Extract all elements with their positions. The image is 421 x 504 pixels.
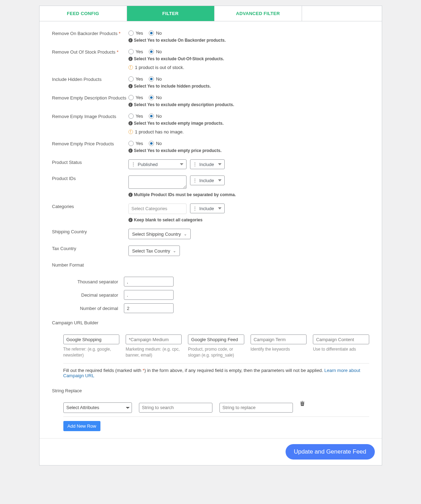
label-price: Remove Empty Price Products bbox=[52, 141, 128, 153]
warning-icon: ! bbox=[128, 65, 133, 70]
radio-price-no[interactable] bbox=[149, 141, 154, 146]
input-decimal-sep[interactable] bbox=[124, 290, 174, 300]
hint-ids: Multiple Product IDs must be separated b… bbox=[134, 192, 236, 197]
label-oos: Remove Out Of Stock Products bbox=[52, 49, 115, 55]
radio-label-no[interactable]: No bbox=[156, 30, 162, 36]
input-utm-content[interactable] bbox=[313, 334, 369, 344]
input-sr-search[interactable] bbox=[139, 403, 212, 413]
sub-utm-term: Identify the keywords bbox=[251, 346, 307, 352]
radio-backorder-no[interactable] bbox=[149, 30, 154, 36]
info-icon: i bbox=[128, 121, 133, 125]
radio-oos-no[interactable] bbox=[149, 49, 154, 54]
tab-feed-config[interactable]: FEED CONFIG bbox=[40, 6, 127, 21]
radio-img-yes[interactable] bbox=[128, 113, 134, 119]
label-status: Product Status bbox=[52, 159, 128, 169]
chevron-down-icon bbox=[180, 163, 183, 165]
select-categories[interactable]: Select Categories bbox=[128, 203, 187, 214]
trash-icon[interactable] bbox=[300, 401, 305, 408]
label-ship: Shipping Country bbox=[52, 229, 128, 239]
select-shipping-country[interactable]: Select Shipping Country⌄ bbox=[128, 229, 191, 239]
radio-desc-no[interactable] bbox=[149, 95, 154, 100]
select-sr-attributes[interactable]: Select Attributes bbox=[63, 402, 132, 413]
select-status-mode[interactable]: ⋮Include bbox=[190, 159, 225, 169]
label-tax: Tax Country bbox=[52, 246, 128, 256]
chevron-down-icon bbox=[218, 179, 222, 181]
label-utm: Campaign URL Builder bbox=[52, 320, 369, 325]
sub-utm-medium: Marketing medium: (e.g. cpc, banner, ema… bbox=[126, 346, 182, 358]
select-cats-mode[interactable]: ⋮Include bbox=[190, 203, 225, 213]
label-img: Remove Empty Image Products bbox=[52, 113, 128, 134]
hint-hidden: Select Yes to include hidden products. bbox=[134, 84, 211, 89]
sub-utm-content: Use to differentiate ads bbox=[313, 346, 369, 352]
info-icon: i bbox=[128, 218, 133, 222]
hint-desc: Select Yes to exclude empty description … bbox=[134, 102, 234, 107]
update-generate-button[interactable]: Update and Generate Feed bbox=[286, 444, 375, 460]
label-ids: Product IDs bbox=[52, 175, 128, 189]
info-icon: i bbox=[128, 193, 133, 197]
hint-backorder: Select Yes to exclude On Backorder produ… bbox=[134, 38, 226, 43]
input-num-decimal[interactable] bbox=[124, 303, 174, 313]
input-utm-term[interactable] bbox=[251, 334, 307, 344]
label-desc: Remove Empty Description Products bbox=[52, 95, 128, 107]
input-thousand-sep[interactable] bbox=[124, 277, 174, 286]
textarea-ids[interactable] bbox=[128, 175, 187, 189]
select-tax-country[interactable]: Select Tax Country⌄ bbox=[128, 246, 180, 256]
select-ids-mode[interactable]: ⋮Include bbox=[190, 175, 225, 185]
info-icon: i bbox=[128, 84, 133, 88]
label-cats: Categories bbox=[52, 203, 128, 214]
hint-cats: Keep blank to select all categories bbox=[134, 218, 203, 222]
hint-oos: Select Yes to exclude Out-Of-Stock produ… bbox=[134, 56, 224, 61]
radio-img-no[interactable] bbox=[149, 113, 154, 119]
radio-hidden-no[interactable] bbox=[149, 76, 154, 82]
info-icon: i bbox=[128, 149, 133, 153]
radio-oos-yes[interactable] bbox=[128, 49, 134, 54]
radio-backorder-yes[interactable] bbox=[128, 30, 134, 36]
hint-img: Select Yes to exclude empty image produc… bbox=[134, 121, 224, 126]
hint-price: Select Yes to exclude empty price produc… bbox=[134, 148, 222, 153]
info-icon: i bbox=[128, 38, 133, 42]
label-hidden: Include Hidden Products bbox=[52, 76, 128, 89]
info-icon: i bbox=[128, 103, 133, 107]
label-thousand-sep: Thousand separator bbox=[52, 279, 124, 284]
label-backorder: Remove On Backorder Products bbox=[52, 31, 118, 36]
chevron-down-icon: ⌄ bbox=[173, 249, 176, 253]
utm-note: Fill out the required fields (marked wit… bbox=[52, 368, 369, 378]
warn-oos: 1 product is out of stock. bbox=[135, 65, 184, 70]
warn-img: 1 product has no image. bbox=[135, 129, 184, 134]
chevron-down-icon bbox=[218, 207, 222, 209]
input-utm-medium[interactable] bbox=[126, 334, 182, 344]
tab-filter[interactable]: FILTER bbox=[127, 6, 215, 21]
info-icon: i bbox=[128, 57, 133, 61]
add-row-button[interactable]: Add New Row bbox=[63, 421, 100, 431]
label-string-replace: String Replace bbox=[52, 388, 369, 393]
sub-utm-name: Product, promo code, or slogan (e.g. spr… bbox=[188, 346, 244, 358]
label-number-format: Number Format bbox=[52, 262, 369, 268]
label-decimal-sep: Decimal separator bbox=[52, 292, 124, 298]
chevron-down-icon bbox=[218, 163, 222, 165]
radio-price-yes[interactable] bbox=[128, 141, 134, 146]
input-utm-name[interactable] bbox=[188, 334, 244, 344]
input-utm-source[interactable] bbox=[63, 334, 119, 344]
sub-utm-source: The referrer: (e.g. google, newsletter) bbox=[63, 346, 119, 358]
label-num-decimal: Number of decimal bbox=[52, 306, 124, 311]
input-sr-replace[interactable] bbox=[219, 403, 293, 413]
radio-label-yes[interactable]: Yes bbox=[136, 30, 143, 36]
select-status[interactable]: ⋮Published bbox=[128, 159, 187, 169]
radio-hidden-yes[interactable] bbox=[128, 76, 134, 82]
chevron-down-icon: ⌄ bbox=[184, 232, 187, 236]
tab-advanced-filter[interactable]: ADVANCED FILTER bbox=[215, 6, 302, 21]
warning-icon: ! bbox=[128, 130, 133, 134]
tabs: FEED CONFIG FILTER ADVANCED FILTER bbox=[40, 6, 382, 21]
radio-desc-yes[interactable] bbox=[128, 95, 134, 100]
